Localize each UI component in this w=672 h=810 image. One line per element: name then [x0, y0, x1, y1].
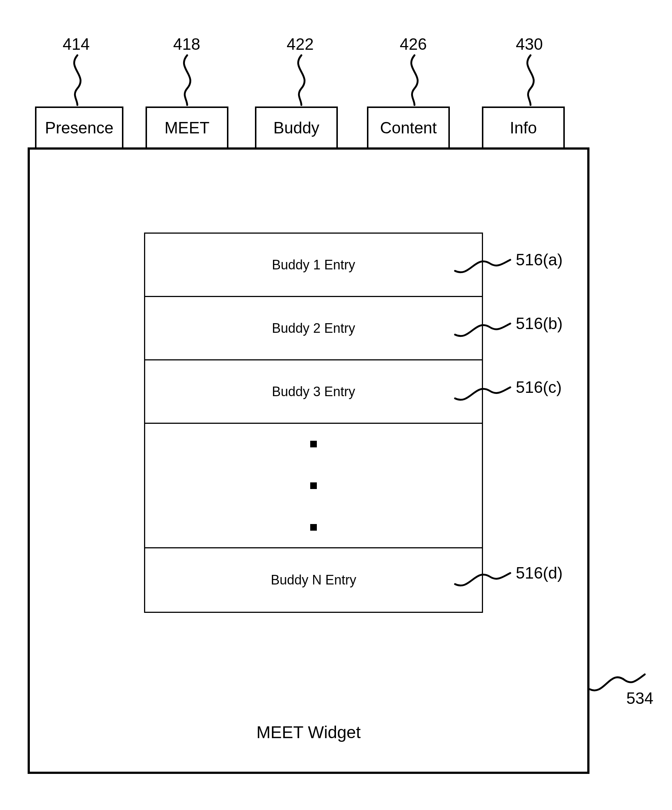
tab-ref-meet: 418 [173, 35, 200, 54]
tab-content[interactable]: Content [367, 106, 450, 149]
buddy-entry-label: Buddy 1 Entry [272, 257, 355, 273]
page: 414 418 422 426 430 Presence MEET Buddy … [0, 0, 672, 810]
tab-ref-presence: 414 [62, 35, 89, 54]
tab-label: Info [510, 119, 537, 137]
row-ref-516d: 516(d) [516, 564, 563, 582]
row-lead-516b [455, 314, 510, 340]
ellipsis-dot-icon [310, 441, 317, 447]
tab-buddy[interactable]: Buddy [255, 106, 338, 149]
row-lead-516c [455, 378, 510, 404]
tab-label: Content [380, 119, 436, 137]
buddy-entry-label: Buddy 2 Entry [272, 321, 355, 336]
buddy-entries-ellipsis [145, 424, 482, 548]
tab-label: Buddy [273, 119, 319, 137]
ellipsis-dot-icon [310, 524, 317, 531]
buddy-entry-2[interactable]: Buddy 2 Entry [145, 297, 482, 360]
panel-ref-534: 534 [627, 689, 653, 707]
row-lead-516d [455, 564, 510, 590]
tab-lead-info [516, 55, 545, 107]
buddy-entry-label: Buddy N Entry [271, 572, 356, 588]
tab-info[interactable]: Info [482, 106, 565, 149]
ellipsis-dot-icon [310, 483, 317, 489]
buddy-entry-1[interactable]: Buddy 1 Entry [145, 234, 482, 297]
tab-lead-meet [172, 55, 202, 107]
row-ref-516b: 516(b) [516, 314, 563, 333]
tab-label: MEET [164, 119, 209, 137]
tab-lead-content [400, 55, 429, 107]
tab-lead-buddy [286, 55, 316, 107]
tab-meet[interactable]: MEET [145, 106, 228, 149]
tab-ref-buddy: 422 [286, 35, 313, 54]
tab-label: Presence [45, 119, 113, 137]
row-ref-516a: 516(a) [516, 251, 563, 269]
buddy-entry-label: Buddy 3 Entry [272, 384, 355, 400]
tab-presence[interactable]: Presence [35, 106, 123, 149]
tab-lead-presence [62, 55, 92, 107]
meet-widget-panel: Buddy 1 Entry Buddy 2 Entry Buddy 3 Entr… [28, 147, 589, 774]
buddy-list: Buddy 1 Entry Buddy 2 Entry Buddy 3 Entr… [144, 233, 483, 613]
buddy-entry-n[interactable]: Buddy N Entry [145, 548, 482, 612]
buddy-entry-3[interactable]: Buddy 3 Entry [145, 360, 482, 424]
row-lead-516a [455, 251, 510, 277]
tab-ref-content: 426 [400, 35, 427, 54]
widget-title: MEET Widget [30, 722, 587, 742]
tab-ref-info: 430 [516, 35, 543, 54]
row-ref-516c: 516(c) [516, 378, 562, 397]
